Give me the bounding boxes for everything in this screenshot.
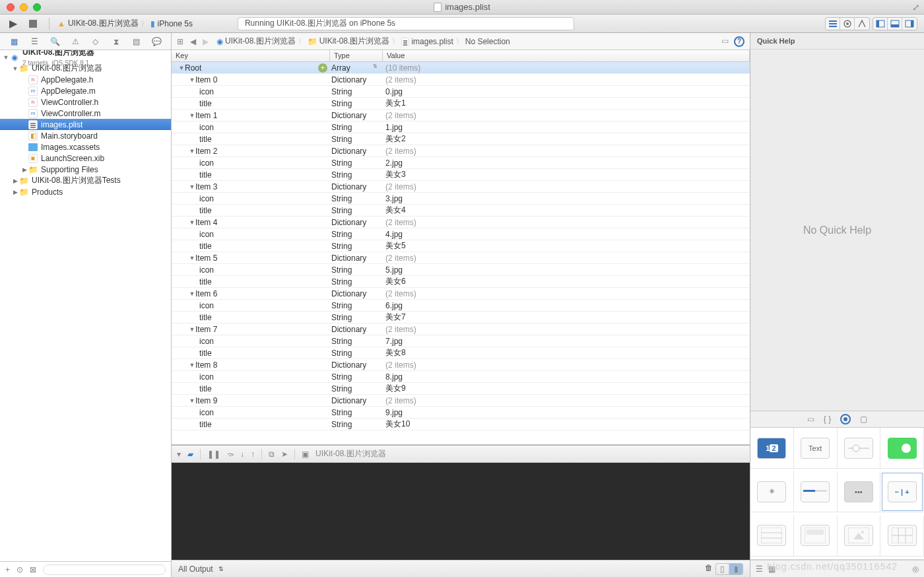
key-cell[interactable]: title [199, 384, 212, 393]
library-item[interactable] [838, 428, 881, 469]
trash-icon[interactable]: 🗑 [705, 563, 713, 575]
key-cell[interactable]: Item 8 [195, 360, 217, 370]
key-cell[interactable]: icon [199, 408, 214, 417]
plist-editor[interactable]: Key Type Value ▼Root+Array(10 items)▼Ite… [172, 50, 750, 445]
type-cell[interactable]: String [330, 123, 383, 132]
value-cell[interactable]: (2 items) [383, 254, 750, 263]
related-items-icon[interactable]: ⊞ [177, 37, 183, 46]
value-cell[interactable]: 4.jpg [383, 230, 750, 239]
disclosure-icon[interactable]: ▼ [189, 397, 195, 404]
debug-target-label[interactable]: UIKit-08.图片浏览器 [315, 448, 386, 459]
type-cell[interactable]: String [330, 242, 383, 251]
hide-debug-icon[interactable]: ▾ [177, 450, 181, 459]
library-item[interactable] [794, 516, 838, 557]
library-item-selected[interactable]: − | + [880, 471, 924, 512]
type-cell[interactable]: String [330, 194, 383, 203]
type-cell[interactable]: String [330, 408, 383, 417]
value-cell[interactable]: 3.jpg [383, 194, 750, 203]
type-cell[interactable]: String [330, 420, 383, 429]
key-cell[interactable]: icon [199, 158, 214, 168]
plist-row[interactable]: titleString美女1 [172, 98, 750, 110]
plist-row[interactable]: ▼Item 2Dictionary(2 items) [172, 145, 750, 157]
left-panel-icon[interactable] [873, 18, 888, 30]
type-cell[interactable]: String [330, 87, 383, 96]
value-cell[interactable]: 美女10 [383, 419, 750, 430]
value-cell[interactable]: (2 items) [383, 218, 750, 227]
value-header[interactable]: Value [383, 50, 750, 61]
library-item[interactable] [750, 516, 794, 557]
key-header[interactable]: Key [172, 50, 330, 61]
value-cell[interactable]: 0.jpg [383, 87, 750, 96]
type-cell[interactable]: String [330, 301, 383, 310]
plist-row[interactable]: ▼Item 8Dictionary(2 items) [172, 359, 750, 371]
key-cell[interactable]: icon [199, 372, 214, 382]
file-row[interactable]: mAppDelegate.m [0, 85, 171, 96]
value-cell[interactable]: (2 items) [383, 360, 750, 370]
plist-row[interactable]: ▼Item 1Dictionary(2 items) [172, 110, 750, 121]
key-cell[interactable]: title [199, 99, 212, 108]
debug-navigator-icon[interactable]: ⧗ [110, 36, 122, 48]
key-cell[interactable]: title [199, 349, 212, 358]
bottom-panel-icon[interactable] [888, 18, 902, 30]
value-cell[interactable]: 美女3 [383, 169, 750, 180]
type-cell[interactable]: String [330, 265, 383, 275]
standard-editor-icon[interactable] [826, 18, 840, 30]
key-cell[interactable]: icon [199, 337, 214, 346]
right-panel-icon[interactable] [902, 18, 917, 30]
type-cell[interactable]: Dictionary [330, 182, 383, 191]
plist-row[interactable]: titleString美女2 [172, 133, 750, 145]
value-cell[interactable]: (2 items) [383, 396, 750, 405]
value-cell[interactable]: (2 items) [383, 75, 750, 85]
type-cell[interactable]: Dictionary [330, 325, 383, 334]
type-cell[interactable]: Dictionary [330, 218, 383, 227]
library-item[interactable]: ✳ [750, 471, 794, 512]
library-item[interactable]: 1 2 [750, 428, 794, 469]
value-cell[interactable]: 美女2 [383, 133, 750, 145]
key-cell[interactable]: Item 4 [195, 218, 217, 227]
report-navigator-icon[interactable]: 💬 [151, 36, 163, 48]
disclosure-icon[interactable]: ▼ [189, 255, 195, 261]
back-button[interactable]: ◀ [190, 37, 196, 46]
pause-icon[interactable]: ❚❚ [207, 450, 220, 459]
type-cell[interactable]: Dictionary [330, 254, 383, 263]
type-cell[interactable]: String [330, 158, 383, 168]
plist-row[interactable]: ▼Item 0Dictionary(2 items) [172, 74, 750, 86]
run-button[interactable]: ▶ [7, 17, 20, 30]
type-cell[interactable]: String [330, 277, 383, 287]
version-editor-icon[interactable] [855, 18, 869, 30]
object-library[interactable]: 1 2 Text ✳ ••• − | + [750, 428, 924, 560]
plist-row[interactable]: iconString7.jpg [172, 335, 750, 347]
value-cell[interactable]: 7.jpg [383, 337, 750, 346]
supporting-files-row[interactable]: ▶📁Supporting Files [0, 164, 171, 175]
filter-icon[interactable]: ◎ [912, 564, 919, 574]
recent-icon[interactable]: ⊙ [16, 565, 23, 574]
variables-view-icon[interactable]: ▯ [716, 564, 729, 574]
step-out-icon[interactable]: ↑ [251, 450, 255, 459]
value-cell[interactable]: 美女8 [383, 347, 750, 358]
list-view-icon[interactable]: ☰ [756, 564, 763, 574]
value-cell[interactable]: 5.jpg [383, 265, 750, 275]
library-tabs[interactable]: ▭ { } ▢ [750, 411, 924, 428]
key-cell[interactable]: Item 0 [195, 75, 217, 85]
jumpbar-crumb[interactable]: ◉UIKit-08.图片浏览器 [215, 36, 297, 47]
jumpbar[interactable]: ◉UIKit-08.图片浏览器 〉 📁UIKit-08.图片浏览器 〉 imag… [215, 36, 512, 47]
type-cell[interactable]: String [330, 135, 383, 144]
plist-row[interactable]: ▼Item 9Dictionary(2 items) [172, 395, 750, 407]
plist-row[interactable]: iconString6.jpg [172, 300, 750, 312]
step-over-icon[interactable]: ⤼ [227, 450, 234, 459]
console-output[interactable] [172, 463, 750, 560]
plist-row[interactable]: ▼Item 5Dictionary(2 items) [172, 252, 750, 264]
value-cell[interactable]: 美女5 [383, 240, 750, 252]
type-cell[interactable]: String [330, 313, 383, 322]
disclosure-icon[interactable]: ▼ [189, 326, 195, 333]
products-group-row[interactable]: ▶📁Products [0, 186, 171, 197]
plist-row[interactable]: titleString美女9 [172, 383, 750, 395]
key-cell[interactable]: icon [199, 87, 214, 96]
key-cell[interactable]: title [199, 313, 212, 322]
value-cell[interactable]: (2 items) [383, 111, 750, 120]
forward-button[interactable]: ▶ [203, 37, 209, 46]
object-library-icon[interactable] [840, 414, 851, 424]
file-row[interactable]: ◧Main.storyboard [0, 130, 171, 141]
symbol-navigator-icon[interactable]: ☰ [28, 36, 40, 48]
plist-row[interactable]: ▼Item 4Dictionary(2 items) [172, 217, 750, 228]
